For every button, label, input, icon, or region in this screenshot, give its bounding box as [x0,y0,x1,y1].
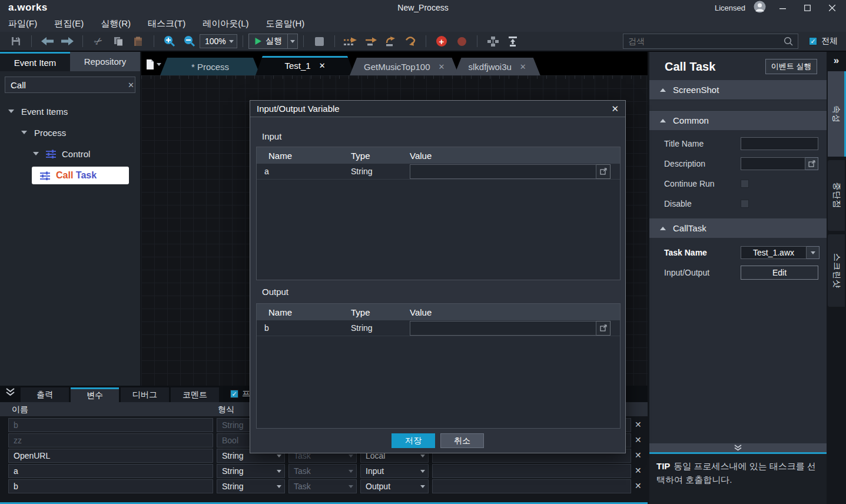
edit-io-button[interactable]: Edit [741,266,818,280]
tree-node-event-items[interactable]: Event Items [0,103,140,120]
task-name-select[interactable]: Test_1.awx [741,246,807,259]
variable-scope-dropdown[interactable]: Input [360,464,429,478]
delete-variable-button[interactable]: ✕ [635,466,642,475]
search-all-checkbox[interactable] [809,37,817,45]
tree-collapse-icon[interactable] [21,131,27,134]
run-options-dropdown[interactable] [288,34,298,49]
variable-type-dropdown[interactable]: String [217,479,285,493]
tree-collapse-icon[interactable] [8,110,14,113]
delete-variable-button[interactable]: ✕ [635,450,642,460]
value-expand-button[interactable] [596,164,611,179]
step-out-button[interactable] [382,33,399,49]
run-event-button[interactable]: 이벤트 실행 [765,59,817,74]
menu-help[interactable]: 도움말(H) [259,16,311,31]
title-name-input[interactable] [741,137,818,150]
tree-node-control[interactable]: Control [0,145,140,162]
close-tab-icon[interactable]: ✕ [319,61,326,70]
toolbar-search-input[interactable] [628,37,784,46]
variable-name-field[interactable]: zz [8,433,213,447]
value-expand-button[interactable] [596,321,611,336]
save-button[interactable] [8,33,24,49]
menu-layout[interactable]: 레이아웃(L) [196,16,255,31]
task-name-dropdown-button[interactable] [807,246,820,259]
section-common[interactable]: Common [649,111,827,130]
add-breakpoint-button[interactable]: + [433,33,450,49]
cancel-button[interactable]: 취소 [440,433,484,448]
collapse-tip-button[interactable] [649,443,827,452]
variable-category-dropdown[interactable]: Task [288,479,357,493]
minimize-button[interactable] [774,1,791,14]
description-input[interactable] [741,157,805,170]
remove-breakpoint-button[interactable] [453,33,470,49]
tab-repository[interactable]: Repository [70,52,140,71]
zoom-in-button[interactable] [161,33,178,49]
cut-button[interactable]: ✂ [90,33,107,49]
user-avatar-icon[interactable] [754,1,766,15]
tab-getmusictop100[interactable]: GetMusicTop100 ✕ [350,58,459,75]
tab-test1[interactable]: Test_1 ✕ [256,56,354,75]
menu-edit[interactable]: 편집(E) [48,16,90,31]
output-value-field[interactable] [410,321,596,336]
process-filter-checkbox[interactable] [230,390,238,398]
delete-variable-button[interactable]: ✕ [635,481,642,490]
description-expand-button[interactable] [805,157,818,170]
continue-run-checkbox[interactable] [741,180,749,188]
zoom-level-select[interactable]: 100% [200,34,237,48]
menu-task[interactable]: 태스크(T) [141,16,192,31]
section-calltask[interactable]: CallTask [649,218,827,238]
redo-forward-button[interactable] [59,33,75,49]
tab-output[interactable]: 출력 [21,387,69,402]
paste-button[interactable] [130,33,147,49]
variable-value-field[interactable] [432,479,631,493]
collapse-panel-button[interactable] [5,388,15,399]
align-top-button[interactable] [505,33,521,49]
zoom-out-button[interactable] [181,33,198,49]
expand-panel-button[interactable]: » [827,52,846,69]
undo-back-button[interactable] [39,33,55,49]
delete-variable-button[interactable]: ✕ [635,435,642,445]
tab-debug[interactable]: 디버그 [121,387,169,402]
delete-variable-button[interactable]: ✕ [635,420,642,429]
copy-button[interactable] [110,33,127,49]
save-button[interactable]: 저장 [392,433,435,448]
menu-file[interactable]: 파일(F) [2,16,44,31]
auto-arrange-button[interactable] [485,33,501,49]
tab-process[interactable]: * Process [160,58,260,75]
variable-name-field[interactable]: b [8,479,213,493]
run-to-cursor-button[interactable] [342,33,359,49]
close-tab-icon[interactable]: ✕ [520,62,526,71]
menu-run[interactable]: 실행(R) [94,16,137,31]
maximize-button[interactable] [799,1,815,14]
tab-variables[interactable]: 변수 [71,387,119,402]
side-tab-screenshot[interactable]: 스크린샷 [828,234,845,307]
tab-slkdfjwoi3u[interactable]: slkdfjwoi3u ✕ [454,58,540,75]
dialog-close-button[interactable]: ✕ [611,104,619,114]
step-continue-button[interactable] [402,33,419,49]
side-tab-breakpoints[interactable]: 중단점 [828,160,845,231]
side-tab-properties[interactable]: 속성 [828,71,846,157]
variable-value-field[interactable] [432,464,631,478]
variable-name-field[interactable]: a [8,464,213,478]
run-button[interactable]: 실행 [248,34,288,49]
variable-name-field[interactable]: OpenURL [8,449,213,463]
tree-collapse-icon[interactable] [33,152,39,155]
tree-node-process[interactable]: Process [0,124,140,141]
section-screenshot[interactable]: ScreenShot [649,80,827,100]
tree-node-call-task-selected[interactable]: Call Task [32,167,129,184]
close-button[interactable] [824,1,840,14]
variable-type-dropdown[interactable]: String [217,464,285,478]
clear-search-icon[interactable]: ✕ [128,81,134,89]
toolbar-search-box[interactable] [623,34,798,49]
variable-category-dropdown[interactable]: Task [288,464,357,478]
tab-event-item[interactable]: Event Item [0,52,70,71]
disable-checkbox[interactable] [741,200,749,208]
variable-scope-dropdown[interactable]: Output [360,479,429,493]
variable-name-field[interactable]: b [8,418,213,432]
item-search-box[interactable]: ✕ [5,77,135,93]
close-tab-icon[interactable]: ✕ [439,62,445,71]
step-over-button[interactable] [362,33,379,49]
stop-button[interactable] [311,33,327,49]
item-search-input[interactable] [11,80,128,90]
input-value-field[interactable] [410,164,596,179]
tab-comment[interactable]: 코멘트 [171,387,219,402]
